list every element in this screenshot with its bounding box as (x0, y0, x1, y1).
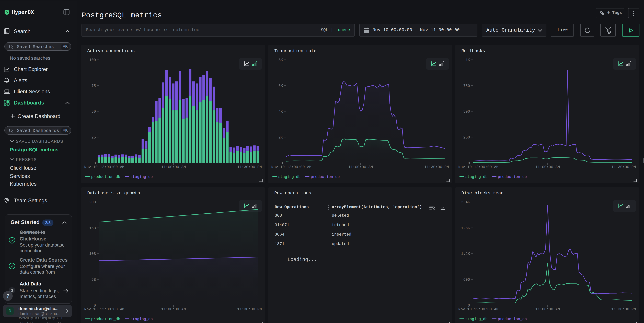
svg-text:11:00:00 AM: 11:00:00 AM (161, 307, 186, 312)
svg-text:4K: 4K (278, 110, 283, 114)
svg-text:production_db: production_db (91, 175, 120, 179)
svg-text:75: 75 (92, 84, 96, 88)
svg-text:11:30:00 PM: 11:30:00 PM (611, 307, 636, 312)
svg-text:2.4K: 2.4K (461, 200, 470, 204)
svg-text:2K: 2K (278, 136, 283, 140)
svg-text:1.8K: 1.8K (461, 226, 470, 230)
svg-text:staging_db: staging_db (130, 175, 153, 179)
svg-text:500: 500 (463, 110, 470, 114)
svg-text:600: 600 (463, 278, 470, 282)
svg-text:Nov 10 12:00:00 AM: Nov 10 12:00:00 AM (84, 307, 124, 312)
svg-text:1.2K: 1.2K (461, 252, 470, 256)
svg-text:11:30:00 PM: 11:30:00 PM (237, 165, 262, 169)
svg-text:Nov 10 12:00:00 AM: Nov 10 12:00:00 AM (458, 165, 498, 169)
svg-text:production_db: production_db (498, 317, 527, 321)
svg-text:staging_db: staging_db (278, 175, 300, 179)
svg-text:production_db: production_db (91, 317, 120, 321)
svg-text:5B: 5B (92, 278, 96, 282)
svg-text:1K: 1K (466, 58, 470, 62)
svg-text:11:00:00 AM: 11:00:00 AM (161, 165, 186, 169)
svg-text:250: 250 (463, 136, 470, 140)
svg-text:750: 750 (463, 84, 470, 88)
svg-text:25: 25 (92, 136, 96, 140)
svg-text:production_db: production_db (498, 175, 527, 179)
svg-text:8K: 8K (278, 58, 283, 62)
svg-text:11:30:00 PM: 11:30:00 PM (237, 307, 262, 312)
svg-text:50: 50 (92, 110, 96, 114)
svg-text:staging_db: staging_db (130, 317, 153, 321)
svg-text:100: 100 (89, 58, 96, 62)
svg-text:11:30:00 PM: 11:30:00 PM (611, 165, 636, 169)
svg-text:6K: 6K (278, 84, 283, 88)
svg-text:11:00:00 AM: 11:00:00 AM (535, 307, 560, 312)
svg-text:11:30:00 PM: 11:30:00 PM (424, 165, 449, 169)
svg-text:11:00:00 AM: 11:00:00 AM (348, 165, 373, 169)
svg-text:Nov 10 12:00:00 AM: Nov 10 12:00:00 AM (458, 307, 498, 312)
svg-text:11:00:00 AM: 11:00:00 AM (535, 165, 560, 169)
svg-text:20B: 20B (89, 200, 96, 204)
svg-text:15B: 15B (89, 226, 96, 230)
svg-text:staging_db: staging_db (465, 175, 488, 179)
svg-text:Nov 10 12:00:00 AM: Nov 10 12:00:00 AM (84, 165, 124, 169)
svg-text:Nov 10 12:00:00 AM: Nov 10 12:00:00 AM (271, 165, 312, 169)
svg-text:production_db: production_db (311, 175, 340, 179)
svg-text:staging_db: staging_db (465, 317, 488, 321)
svg-text:10B: 10B (89, 252, 96, 256)
